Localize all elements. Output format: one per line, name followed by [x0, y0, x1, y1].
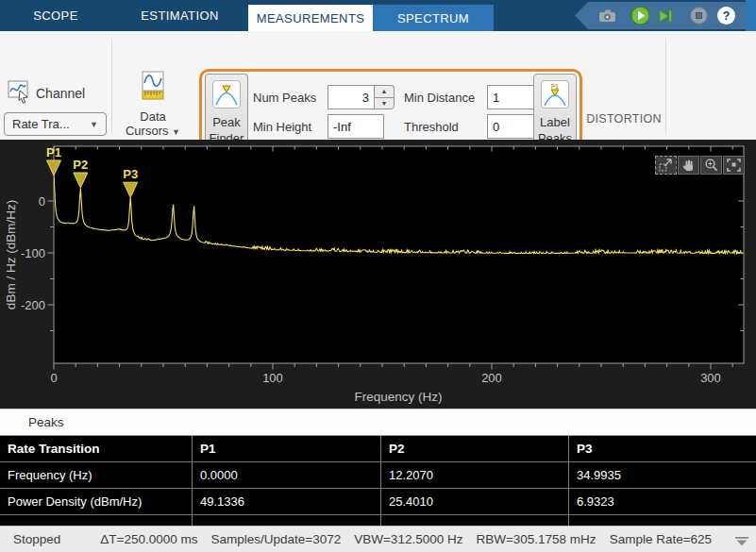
min-height-label: Min Height — [253, 120, 311, 134]
zoom-in-icon[interactable] — [700, 156, 722, 175]
fit-to-view-icon[interactable] — [723, 156, 745, 175]
help-button[interactable]: ? — [717, 7, 735, 25]
spectrum-plot-canvas[interactable]: 01002003000-100-200Frequency (Hz)dBm / H… — [0, 140, 756, 409]
table-cell-power-p2: 25.4010 — [381, 489, 569, 515]
min-height-input[interactable] — [328, 114, 384, 139]
num-peaks-label: Num Peaks — [253, 91, 316, 105]
spectrum-plot: 01002003000-100-200Frequency (Hz)dBm / H… — [0, 140, 756, 409]
svg-text:-100: -100 — [21, 246, 45, 260]
spin-down-icon[interactable]: ▼ — [374, 97, 395, 110]
status-rbw: RBW=305.1758 mHz — [476, 532, 596, 546]
svg-text:0: 0 — [39, 194, 45, 209]
toolbar-separator — [665, 39, 666, 133]
run-controls-panel: ? — [575, 2, 746, 29]
status-sample-rate: Sample Rate=625 — [610, 532, 712, 546]
svg-text:dBm / Hz (dBm/Hz): dBm / Hz (dBm/Hz) — [4, 200, 18, 309]
table-cell-power-p1: 49.1336 — [193, 489, 381, 515]
table-cell-frequency-p2: 12.2070 — [381, 462, 569, 489]
table-header-p3: P3 — [569, 436, 756, 462]
tab-bar-accent-strip — [746, 0, 756, 31]
svg-text:300: 300 — [700, 371, 721, 385]
status-delta-t: ΔT=250.0000 ms — [100, 532, 197, 546]
status-vbw: VBW=312.5000 Hz — [354, 532, 462, 546]
pan-hand-icon[interactable] — [678, 156, 699, 175]
simulation-state: Stopped — [13, 532, 60, 546]
table-cell-frequency-p1: 0.0000 — [193, 462, 381, 489]
spin-up-icon[interactable]: ▲ — [374, 85, 395, 97]
svg-text:200: 200 — [481, 371, 502, 385]
threshold-label: Threshold — [404, 120, 459, 134]
svg-text:P3: P3 — [123, 167, 138, 181]
channel-select[interactable]: Rate Tra... ▼ — [4, 112, 107, 136]
tab-measurements[interactable]: MEASUREMENTS — [248, 5, 373, 31]
step-forward-button[interactable] — [658, 8, 673, 24]
step-back-camera-icon[interactable] — [597, 8, 618, 24]
channel-icon — [8, 80, 32, 109]
table-cell-frequency-p3: 34.9935 — [569, 462, 756, 489]
peak-finder-icon — [212, 80, 241, 109]
peaks-panel-header: Peaks — [0, 409, 756, 435]
data-cursors-icon — [139, 71, 167, 105]
status-samples-per-update: Samples/Update=3072 — [211, 532, 342, 546]
svg-text:-200: -200 — [21, 298, 45, 312]
table-cell-power-p3: 6.9323 — [569, 489, 756, 515]
channel-button[interactable]: Channel — [36, 86, 85, 101]
num-peaks-input[interactable] — [328, 85, 375, 109]
stop-button[interactable] — [690, 7, 708, 25]
tab-scope[interactable]: SCOPE — [0, 0, 111, 31]
num-peaks-stepper[interactable]: ▲ ▼ — [374, 85, 395, 109]
svg-text:P1: P1 — [551, 83, 559, 90]
tab-spectrum[interactable]: SPECTRUM — [373, 5, 494, 31]
min-distance-label: Min Distance — [404, 91, 475, 105]
spectrum-analyzer-window: SCOPE ESTIMATION MEASUREMENTS SPECTRUM — [0, 0, 756, 552]
chevron-down-icon: ▼ — [90, 120, 98, 129]
table-header-p2: P2 — [381, 436, 569, 462]
table-header-p1: P1 — [193, 436, 381, 462]
run-button[interactable] — [630, 6, 650, 25]
toolbar-separator — [111, 39, 112, 133]
tab-estimation[interactable]: ESTIMATION — [111, 0, 248, 31]
measurements-toolstrip: Channel Rate Tra... ▼ CHANNEL Data Curso… — [0, 31, 756, 140]
peaks-panel-title: Peaks — [28, 415, 64, 429]
table-row-power-label: Power Density (dBm/Hz) — [0, 489, 193, 515]
expand-axes-icon[interactable] — [655, 156, 677, 175]
svg-text:0: 0 — [50, 371, 57, 385]
table-header-source: Rate Transition — [0, 436, 193, 462]
toolstrip-tab-bar: SCOPE ESTIMATION MEASUREMENTS SPECTRUM — [0, 0, 756, 31]
svg-text:100: 100 — [262, 371, 283, 385]
svg-text:P1: P1 — [46, 145, 61, 159]
status-bar: Stopped ΔT=250.0000 ms Samples/Update=30… — [0, 526, 756, 552]
table-row-frequency-label: Frequency (Hz) — [0, 462, 193, 489]
chevron-down-icon: ▼ — [172, 127, 180, 137]
svg-text:Frequency (Hz): Frequency (Hz) — [354, 390, 442, 404]
peaks-table: Rate Transition P1 P2 P3 Frequency (Hz) … — [0, 435, 756, 526]
plot-toolbar — [654, 156, 745, 175]
svg-text:P2: P2 — [73, 158, 88, 172]
status-collapse-icon[interactable] — [735, 535, 748, 549]
label-peaks-icon: P1 — [541, 80, 569, 109]
